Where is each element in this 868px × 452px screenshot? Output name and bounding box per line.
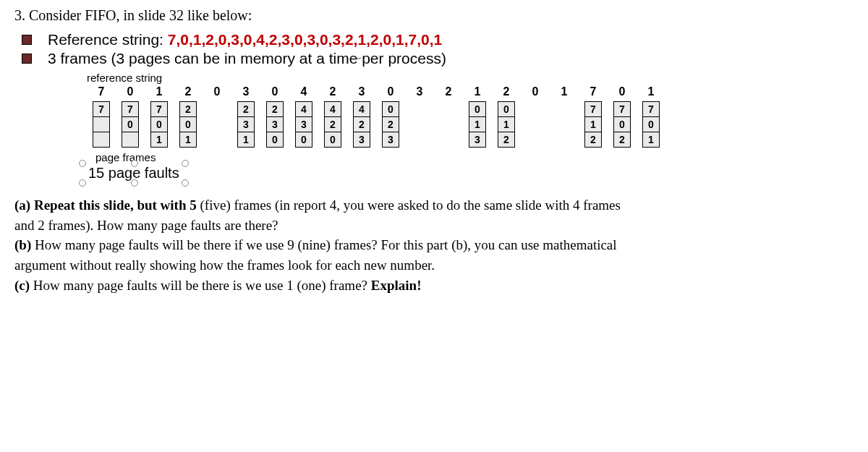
frame-column: 7 — [87, 101, 116, 147]
frame-column — [550, 101, 579, 147]
frame-column — [434, 101, 463, 147]
ref-cell: 1 — [145, 85, 174, 98]
part-b-label: (b) — [14, 237, 31, 252]
frame-cell: 2 — [613, 132, 631, 148]
frame-cell: 0 — [498, 101, 515, 117]
frame-cell: 3 — [266, 116, 284, 132]
ref-cell: 0 — [116, 85, 145, 98]
frame-cell: 0 — [122, 116, 139, 132]
frame-column: 430 — [289, 101, 318, 147]
ref-cell: 3 — [231, 85, 260, 98]
part-c-label: (c) — [14, 278, 30, 293]
ref-cell: 3 — [347, 85, 376, 98]
frame-cell: 2 — [179, 101, 197, 117]
frame-cell: 3 — [382, 132, 399, 148]
frame-cell: 3 — [237, 116, 255, 132]
part-c-bold: Explain! — [371, 278, 422, 293]
question-header: 3. Consider FIFO, in slide 32 like below… — [14, 7, 854, 24]
ref-cell: 2 — [174, 85, 203, 98]
part-b-text2: argument without really showing how the … — [14, 256, 854, 275]
frame-column: 420 — [318, 101, 347, 147]
part-a-label: (a) — [14, 197, 30, 213]
frame-cell: 1 — [642, 132, 660, 148]
bullet-icon — [22, 35, 32, 45]
frame-column: 231 — [231, 101, 260, 147]
reference-string-label: reference string — [87, 72, 854, 84]
frame-cell: 7 — [613, 101, 631, 117]
ref-cell: 1 — [463, 85, 492, 98]
frame-cell — [93, 132, 110, 148]
ref-cell: 2 — [434, 85, 463, 98]
part-c-text: How many page faults will be there is we… — [30, 278, 371, 293]
selection-handle-icon — [131, 179, 138, 187]
bullet1-prefix: Reference string: — [48, 31, 168, 48]
page-frames-label: page frames — [95, 151, 854, 163]
frame-column: 712 — [579, 101, 608, 147]
frame-cell: 2 — [266, 101, 284, 117]
frame-cell: 4 — [353, 101, 370, 117]
frame-column: 013 — [463, 101, 492, 147]
selection-handle-icon — [131, 160, 138, 167]
ref-cell: 2 — [318, 85, 347, 98]
ref-cell: 2 — [492, 85, 521, 98]
frame-cell: 7 — [584, 101, 602, 117]
ref-cell: 1 — [637, 85, 665, 98]
frame-column: 012 — [492, 101, 521, 147]
frame-cell: 0 — [295, 132, 312, 148]
frame-cell: 1 — [584, 116, 602, 132]
frame-cell: 2 — [237, 101, 255, 117]
ref-cell: 7 — [579, 85, 608, 98]
frame-column: 70 — [116, 101, 145, 147]
frame-column — [521, 101, 550, 147]
question-number: 3. — [14, 7, 25, 23]
frame-cell: 2 — [584, 132, 602, 148]
bullet2-text: 3 frames (3 pages can be in memory at a … — [48, 50, 446, 67]
frame-cell: 2 — [498, 132, 515, 148]
frame-cell: 7 — [150, 101, 168, 117]
page-faults-text: 15 page faults — [88, 165, 179, 181]
frame-cell — [93, 116, 110, 132]
ref-cell: 0 — [521, 85, 550, 98]
frame-cell: 0 — [179, 116, 197, 132]
slide-diagram: reference string 70120304230321201701 77… — [87, 72, 854, 183]
frame-cell: 2 — [353, 116, 370, 132]
frame-cell: 2 — [324, 116, 341, 132]
frame-column: 023 — [376, 101, 405, 147]
frame-column: 230 — [260, 101, 289, 147]
selection-handle-icon — [79, 179, 86, 187]
frame-cell: 2 — [382, 116, 399, 132]
subparts: (a) Repeat this slide, but with 5 (five)… — [14, 196, 854, 294]
frame-column: 201 — [174, 101, 203, 147]
frames-row: 7707012012312304304204230230130127127027… — [87, 101, 854, 147]
bullet-icon — [22, 54, 32, 64]
frame-cell: 1 — [469, 116, 486, 132]
frame-column — [203, 101, 231, 147]
ref-cell: 0 — [608, 85, 637, 98]
question-prompt: Consider FIFO, in slide 32 like below: — [29, 7, 252, 23]
part-b-text1: How many page faults will be there if we… — [31, 237, 616, 252]
caret-mark: ⌣ — [355, 52, 362, 64]
frame-cell: 1 — [237, 132, 255, 148]
reference-row: 70120304230321201701 — [87, 85, 854, 98]
frame-column: 701 — [637, 101, 665, 147]
frame-cell: 0 — [382, 101, 399, 117]
selection-handle-icon — [182, 179, 189, 187]
ref-cell: 3 — [405, 85, 434, 98]
frame-column — [405, 101, 434, 147]
frame-cell: 0 — [324, 132, 341, 148]
selection-handle-icon — [182, 160, 189, 167]
frame-column: 701 — [145, 101, 174, 147]
selection-handle-icon — [79, 160, 86, 167]
ref-cell: 7 — [87, 85, 116, 98]
ref-cell: 0 — [376, 85, 405, 98]
frame-cell: 7 — [93, 101, 110, 117]
part-a-text1: (five) frames (in report 4, you were ask… — [197, 197, 621, 213]
ref-cell: 0 — [203, 85, 231, 98]
frame-cell: 0 — [266, 132, 284, 148]
frame-cell: 4 — [295, 101, 312, 117]
frame-column: 702 — [608, 101, 637, 147]
frame-cell: 0 — [613, 116, 631, 132]
part-a-text2: and 2 frames). How many page faults are … — [14, 216, 854, 235]
ref-cell: 1 — [550, 85, 579, 98]
frame-cell: 4 — [324, 101, 341, 117]
